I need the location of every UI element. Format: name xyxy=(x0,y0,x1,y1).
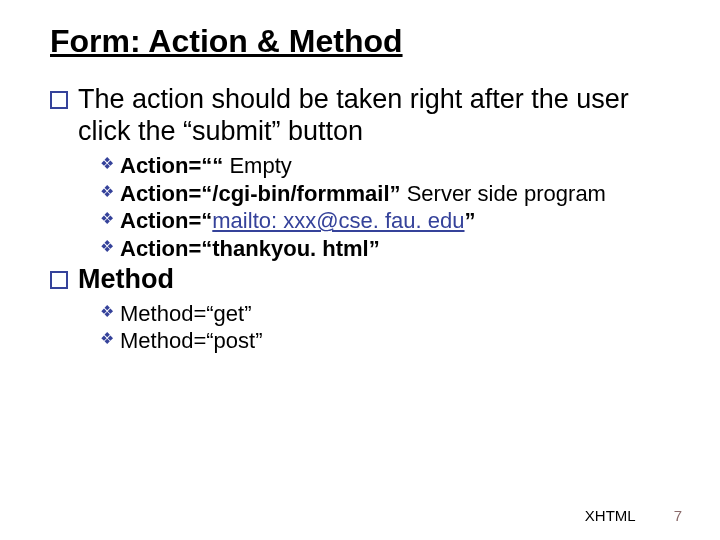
action-desc: Empty xyxy=(223,153,291,178)
square-bullet-icon xyxy=(50,271,68,289)
bullet-text: Method=“post” xyxy=(120,327,262,355)
action-desc: Server side program xyxy=(401,181,606,206)
slide: Form: Action & Method The action should … xyxy=(0,0,720,540)
action-value: Action=““ xyxy=(120,153,223,178)
sub-list: ❖ Method=“get” ❖ Method=“post” xyxy=(100,300,680,355)
bullet-text: Method xyxy=(78,264,174,296)
diamond-bullet-icon: ❖ xyxy=(100,184,114,200)
bullet-level2: ❖ Method=“post” xyxy=(100,327,680,355)
bullet-level1: Method xyxy=(50,264,680,296)
bullet-level2: ❖ Action=“mailto: xxx@cse. fau. edu” xyxy=(100,207,680,235)
action-suffix: ” xyxy=(465,208,476,233)
bullet-level2: ❖ Action=“/cgi-bin/formmail” Server side… xyxy=(100,180,680,208)
bullet-level2: ❖ Action=“thankyou. html” xyxy=(100,235,680,263)
bullet-level2: ❖ Method=“get” xyxy=(100,300,680,328)
square-bullet-icon xyxy=(50,91,68,109)
diamond-bullet-icon: ❖ xyxy=(100,156,114,172)
bullet-level2: ❖ Action=““ Empty xyxy=(100,152,680,180)
bullet-text: The action should be taken right after t… xyxy=(78,84,680,148)
page-number: 7 xyxy=(674,507,682,524)
action-value: Action=“thankyou. html” xyxy=(120,236,380,261)
mailto-link[interactable]: mailto: xxx@cse. fau. edu xyxy=(212,208,464,233)
diamond-bullet-icon: ❖ xyxy=(100,239,114,255)
diamond-bullet-icon: ❖ xyxy=(100,211,114,227)
page-title: Form: Action & Method xyxy=(50,22,680,60)
footer-label: XHTML xyxy=(585,507,636,524)
bullet-level1: The action should be taken right after t… xyxy=(50,84,680,148)
diamond-bullet-icon: ❖ xyxy=(100,304,114,320)
slide-footer: XHTML 7 xyxy=(585,507,682,524)
bullet-text: Action=“mailto: xxx@cse. fau. edu” xyxy=(120,207,476,235)
bullet-text: Action=“/cgi-bin/formmail” Server side p… xyxy=(120,180,606,208)
diamond-bullet-icon: ❖ xyxy=(100,331,114,347)
bullet-text: Action=““ Empty xyxy=(120,152,292,180)
action-prefix: Action=“ xyxy=(120,208,212,233)
bullet-text: Method=“get” xyxy=(120,300,251,328)
bullet-text: Action=“thankyou. html” xyxy=(120,235,380,263)
action-value: Action=“/cgi-bin/formmail” xyxy=(120,181,401,206)
sub-list: ❖ Action=““ Empty ❖ Action=“/cgi-bin/for… xyxy=(100,152,680,262)
